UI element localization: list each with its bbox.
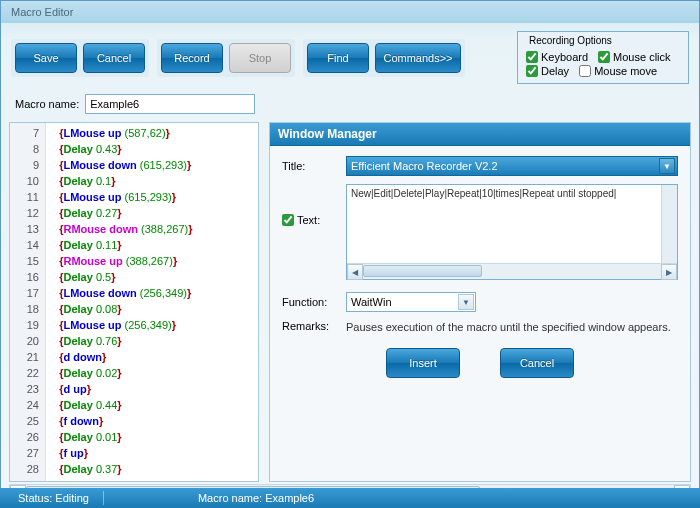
- function-select[interactable]: WaitWin ▼: [346, 292, 476, 312]
- code-editor[interactable]: 7891011121314151617181920212223242526272…: [9, 122, 259, 482]
- function-label: Function:: [282, 296, 338, 308]
- opt-mouse-click-check[interactable]: [598, 51, 610, 63]
- main-area: 7891011121314151617181920212223242526272…: [1, 122, 699, 482]
- panel-title: Window Manager: [270, 123, 690, 146]
- macro-name-input[interactable]: [85, 94, 255, 114]
- opt-delay-check[interactable]: [526, 65, 538, 77]
- toolbar: Save Cancel Record Stop Find Commands>> …: [1, 23, 699, 88]
- remarks-text: Pauses execution of the macro until the …: [346, 320, 678, 334]
- horizontal-scrollbar[interactable]: ◀ ▶: [347, 263, 677, 279]
- status-text: Status: Editing: [8, 492, 99, 504]
- scroll-thumb[interactable]: [363, 265, 482, 277]
- group-tools: Find Commands>>: [303, 39, 465, 77]
- record-button[interactable]: Record: [161, 43, 223, 73]
- text-checkbox-input[interactable]: [282, 214, 294, 226]
- title-value: Efficient Macro Recorder V2.2: [351, 160, 498, 172]
- opt-keyboard[interactable]: Keyboard: [526, 51, 588, 63]
- code-body[interactable]: {LMouse up (587,62)} {Delay 0.43} {LMous…: [46, 123, 258, 481]
- window-title: Macro Editor: [11, 6, 73, 18]
- opt-mouse-move[interactable]: Mouse move: [579, 65, 657, 77]
- function-value: WaitWin: [351, 296, 392, 308]
- stop-button[interactable]: Stop: [229, 43, 291, 73]
- group-record: Record Stop: [157, 39, 295, 77]
- commands-button[interactable]: Commands>>: [375, 43, 461, 73]
- line-gutter: 7891011121314151617181920212223242526272…: [10, 123, 46, 481]
- scroll-right-icon[interactable]: ▶: [661, 264, 677, 280]
- cancel-button[interactable]: Cancel: [83, 43, 145, 73]
- recording-options: Recording Options Keyboard Mouse click D…: [517, 31, 689, 84]
- opt-delay[interactable]: Delay: [526, 65, 569, 77]
- dropdown-arrow-icon[interactable]: ▼: [659, 158, 675, 174]
- opt-mouse-click[interactable]: Mouse click: [598, 51, 670, 63]
- window-titlebar: Macro Editor: [1, 1, 699, 23]
- window-manager-panel: Window Manager Title: Efficient Macro Re…: [269, 122, 691, 482]
- recording-options-legend: Recording Options: [526, 35, 615, 46]
- opt-keyboard-check[interactable]: [526, 51, 538, 63]
- title-select[interactable]: Efficient Macro Recorder V2.2 ▼: [346, 156, 678, 176]
- text-area[interactable]: New|Edit|Delete|Play|Repeat|10|times|Rep…: [346, 184, 678, 280]
- macro-name-row: Macro name:: [1, 88, 699, 122]
- text-content: New|Edit|Delete|Play|Repeat|10|times|Rep…: [347, 185, 677, 202]
- remarks-label: Remarks:: [282, 320, 338, 334]
- text-checkbox[interactable]: Text:: [282, 214, 338, 226]
- macro-name-label: Macro name:: [15, 98, 79, 110]
- scroll-left-icon[interactable]: ◀: [347, 264, 363, 280]
- title-label: Title:: [282, 160, 338, 172]
- panel-cancel-button[interactable]: Cancel: [500, 348, 574, 378]
- vertical-scrollbar[interactable]: [661, 185, 677, 263]
- status-macro-name: Macro name: Example6: [188, 492, 324, 504]
- group-file: Save Cancel: [11, 39, 149, 77]
- status-bar: Status: Editing Macro name: Example6: [0, 488, 700, 508]
- insert-button[interactable]: Insert: [386, 348, 460, 378]
- dropdown-arrow-icon[interactable]: ▼: [458, 294, 474, 310]
- save-button[interactable]: Save: [15, 43, 77, 73]
- find-button[interactable]: Find: [307, 43, 369, 73]
- opt-mouse-move-check[interactable]: [579, 65, 591, 77]
